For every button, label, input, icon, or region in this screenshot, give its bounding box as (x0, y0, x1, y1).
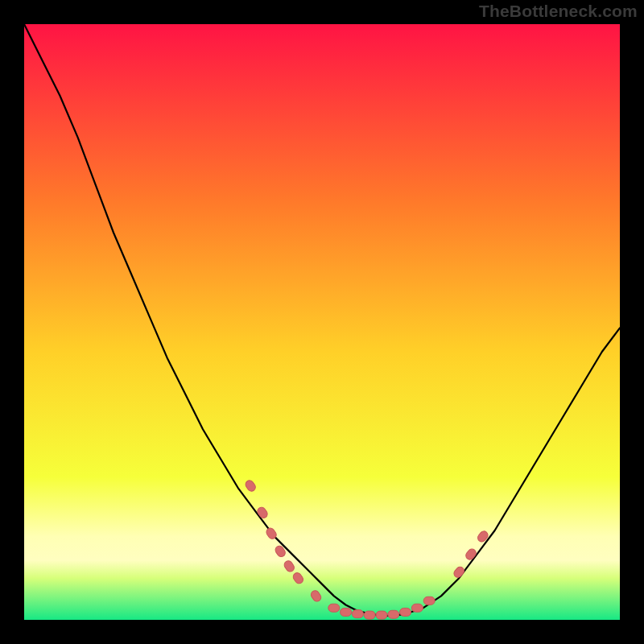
curve-marker (376, 611, 387, 619)
curve-marker (400, 608, 411, 616)
curve-marker (341, 608, 352, 616)
watermark-text: TheBottleneck.com (479, 2, 638, 21)
chart-stage: TheBottleneck.com (0, 0, 644, 644)
curve-marker (411, 604, 423, 612)
curve-marker (423, 597, 435, 605)
curve-marker (388, 610, 399, 618)
curve-marker (364, 611, 375, 619)
curve-marker (352, 610, 363, 618)
curve-marker (328, 604, 340, 612)
plot-background (24, 24, 620, 620)
bottleneck-chart-svg (0, 0, 644, 644)
